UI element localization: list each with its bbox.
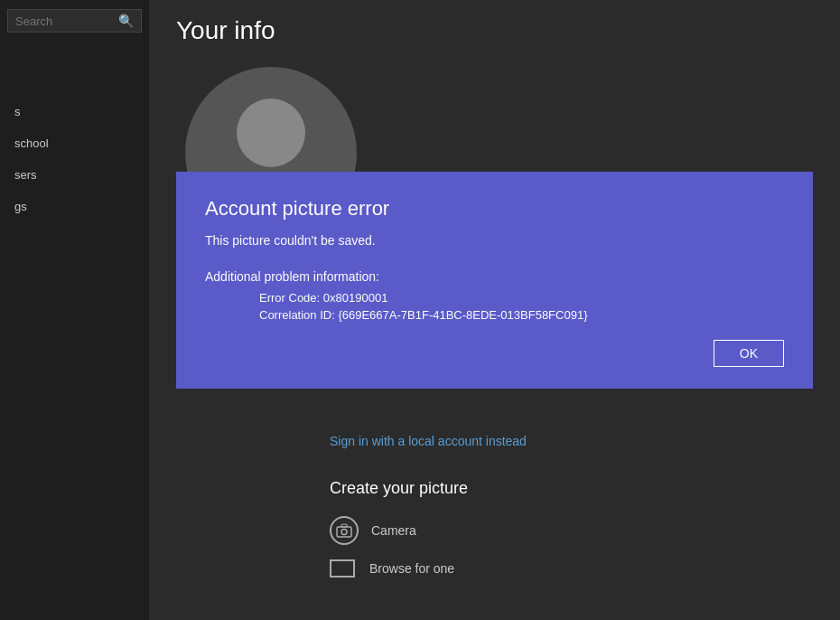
browse-label: Browse for one [369, 561, 454, 576]
camera-icon [330, 516, 359, 545]
create-picture-title: Create your picture [330, 479, 468, 498]
dialog-additional-label: Additional problem information: [205, 269, 784, 284]
sidebar: 🔍 s school sers gs [0, 0, 149, 620]
create-picture-section: Create your picture Camera Browse for on… [330, 479, 468, 592]
svg-rect-4 [341, 524, 347, 527]
sidebar-item-school[interactable]: school [0, 127, 149, 159]
main-content: Your info Account picture error This pic… [149, 0, 840, 620]
sidebar-nav: s school sers gs [0, 96, 149, 222]
sidebar-item-gs[interactable]: gs [0, 191, 149, 222]
dialog-correlation-id: Correlation ID: {669E667A-7B1F-41BC-8EDE… [259, 308, 784, 322]
camera-option[interactable]: Camera [330, 516, 468, 545]
search-icon: 🔍 [118, 14, 134, 28]
dialog-message: This picture couldn't be saved. [205, 233, 784, 248]
sign-in-local-account-link[interactable]: Sign in with a local account instead [330, 434, 527, 448]
account-picture-error-dialog: Account picture error This picture could… [176, 172, 813, 389]
browse-icon [330, 559, 355, 578]
dialog-title: Account picture error [205, 197, 784, 221]
sidebar-search-box[interactable]: 🔍 [7, 9, 142, 33]
browse-option[interactable]: Browse for one [330, 559, 468, 578]
page-title: Your info [176, 16, 813, 45]
dialog-ok-button[interactable]: OK [714, 340, 784, 367]
camera-label: Camera [371, 523, 416, 538]
svg-point-0 [237, 99, 305, 167]
sidebar-item-sers[interactable]: sers [0, 159, 149, 191]
svg-rect-2 [337, 527, 351, 537]
search-input[interactable] [15, 14, 118, 28]
svg-point-3 [341, 530, 347, 535]
dialog-error-code: Error Code: 0x80190001 [259, 291, 784, 305]
sidebar-item-s[interactable]: s [0, 96, 149, 127]
